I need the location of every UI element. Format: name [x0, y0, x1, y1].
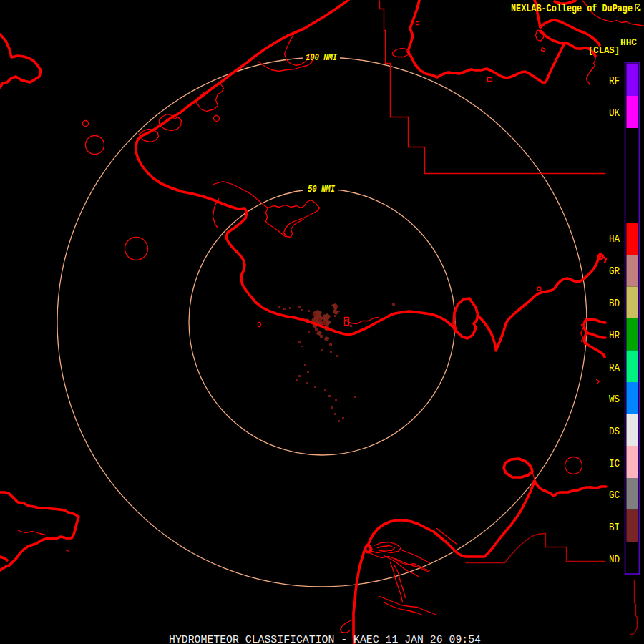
svg-text:100 NMI: 100 NMI [306, 52, 337, 63]
svg-text:HHC: HHC [620, 37, 637, 48]
svg-text:50 NMI: 50 NMI [308, 184, 335, 195]
svg-text:HA: HA [609, 233, 620, 245]
svg-text:[CLAS]: [CLAS] [588, 46, 620, 56]
svg-text:IC: IC [609, 458, 620, 469]
svg-text:HYDROMETEOR CLASSIFICATION - K: HYDROMETEOR CLASSIFICATION - KAEC 11 JAN… [169, 634, 481, 644]
svg-text:ND: ND [609, 554, 620, 565]
svg-text:BI: BI [609, 522, 620, 533]
svg-text:HR: HR [609, 330, 620, 341]
svg-text:RA: RA [609, 362, 620, 374]
svg-text:BD: BD [609, 298, 620, 309]
svg-text:WS: WS [609, 394, 620, 405]
svg-text:NEXLAB-College of DuPage: NEXLAB-College of DuPage [511, 3, 633, 14]
svg-text:GR: GR [609, 265, 620, 277]
svg-text:DS: DS [609, 426, 620, 437]
svg-text:GC: GC [609, 489, 620, 501]
svg-text:UK: UK [609, 107, 620, 119]
svg-text:RF: RF [609, 75, 620, 87]
